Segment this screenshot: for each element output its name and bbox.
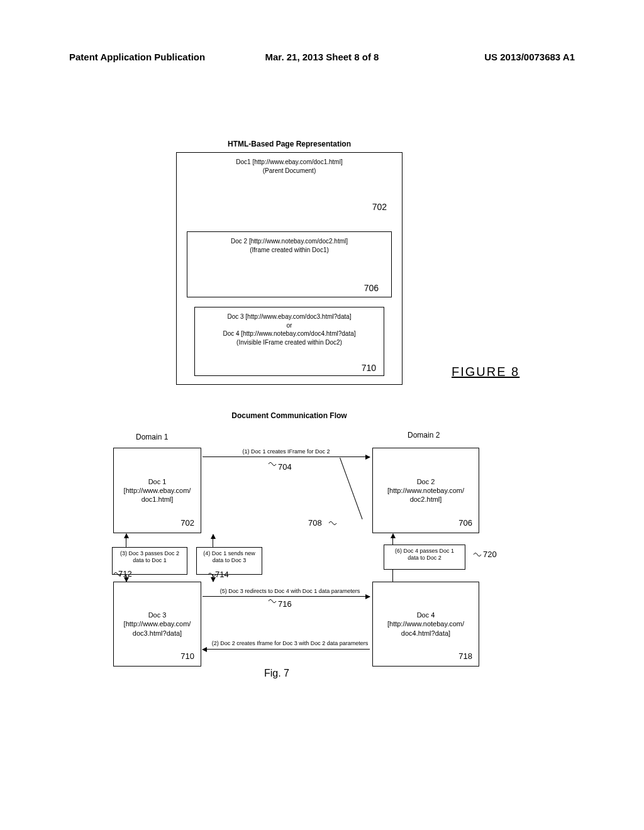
line-708	[340, 458, 363, 519]
header-mid: Mar. 21, 2013 Sheet 8 of 8	[265, 52, 379, 62]
flow-doc4-line3: doc4.html?data]	[375, 629, 476, 638]
flow-doc2-line1: Doc 2	[375, 477, 476, 486]
doc2-line2: (Iframe created within Doc1)	[250, 246, 329, 253]
flow-doc3-box: Doc 3 [http://www.ebay.com/ doc3.html?da…	[113, 582, 201, 667]
doc3-label: Doc 3 [http://www.ebay.com/doc3.html?dat…	[195, 307, 384, 346]
doc3-line3: (Invisible IFrame created within Doc2)	[236, 339, 342, 346]
step1-annotation: (1) Doc 1 creates IFrame for Doc 2	[214, 448, 358, 455]
step4-l1: (4) Doc 1 sends new	[199, 550, 260, 557]
step6-l2: data to Doc 2	[386, 555, 463, 562]
step4-box: (4) Doc 1 sends new data to Doc 3	[196, 547, 262, 575]
doc1-box: Doc1 [http://www.ebay.com/doc1.html] (Pa…	[176, 152, 402, 385]
doc2-line1: Doc 2 [http://www.notebay.com/doc2.html]	[231, 238, 348, 245]
flow-doc1-line1: Doc 1	[116, 477, 198, 486]
step3-l1: (3) Doc 3 passes Doc 2	[114, 550, 185, 557]
ref-704: 704	[278, 462, 292, 472]
step6-l1: (6) Doc 4 passes Doc 1	[386, 548, 463, 555]
step4-l2: data to Doc 3	[199, 557, 260, 564]
top-diagram-title: HTML-Based Page Representation	[176, 140, 402, 148]
doc1-line2: (Parent Document)	[263, 167, 316, 174]
ref-720: 720	[483, 550, 497, 559]
tick-708	[328, 519, 336, 526]
page-header: Patent Application Publication Mar. 21, …	[69, 52, 575, 62]
doc3-box: Doc 3 [http://www.ebay.com/doc3.html?dat…	[194, 307, 384, 376]
header-left: Patent Application Publication	[69, 52, 205, 62]
tick-720	[473, 551, 480, 557]
domain1-label: Domain 1	[136, 433, 168, 441]
tick-714	[208, 571, 215, 577]
tick-716	[268, 597, 275, 604]
ref-702: 702	[372, 202, 387, 212]
flow-doc1-line3: doc1.html]	[116, 495, 198, 504]
figure-7-label: Fig. 7	[264, 668, 289, 679]
doc3-line2: Doc 4 [http://www.notebay.com/doc4.html?…	[223, 330, 355, 337]
tick-704	[268, 460, 275, 467]
doc1-line1: Doc1 [http://www.ebay.com/doc1.html]	[236, 158, 342, 165]
arrow-step5	[203, 596, 370, 597]
arrow-step1	[203, 456, 370, 457]
doc3-or: or	[287, 322, 292, 329]
arrow-step2	[203, 649, 370, 650]
doc2-label: Doc 2 [http://www.notebay.com/doc2.html]…	[187, 232, 391, 254]
flow-doc4-ref: 718	[458, 651, 472, 662]
arrow-step4-up	[213, 534, 213, 547]
flow-doc1-ref: 702	[180, 518, 194, 529]
flow-doc3-line3: doc3.html?data]	[116, 629, 198, 638]
step2-annotation: (2) Doc 2 creates Iframe for Doc 3 with …	[209, 640, 371, 646]
arrow-step6-up	[392, 534, 393, 545]
flow-doc2-box: Doc 2 [http://www.notebay.com/ doc2.html…	[372, 448, 479, 533]
ref-714: 714	[215, 570, 229, 579]
ref-712: 712	[118, 569, 132, 578]
figure-8-label: FIGURE 8	[452, 365, 519, 379]
flow-doc4-line2: [http://www.notebay.com/	[375, 619, 476, 628]
domain2-label: Domain 2	[408, 431, 440, 440]
ref-708: 708	[308, 518, 322, 528]
ref-716: 716	[278, 599, 292, 609]
flow-doc2-line2: [http://www.notebay.com/	[375, 486, 476, 495]
step3-l2: data to Doc 1	[114, 557, 185, 564]
flow-doc4-box: Doc 4 [http://www.notebay.com/ doc4.html…	[372, 582, 479, 667]
flow-doc3-ref: 710	[180, 651, 194, 662]
bot-diagram-title: Document Communication Flow	[176, 411, 402, 420]
header-right: US 2013/0073683 A1	[484, 52, 575, 62]
flow-doc2-line3: doc2.html]	[375, 495, 476, 504]
doc3-line1: Doc 3 [http://www.ebay.com/doc3.html?dat…	[227, 313, 351, 320]
flow-doc2-ref: 706	[458, 518, 472, 529]
arrow-step6-down	[392, 570, 393, 582]
flow-doc3-line2: [http://www.ebay.com/	[116, 619, 198, 628]
flow-doc1-line2: [http://www.ebay.com/	[116, 486, 198, 495]
doc1-label: Doc1 [http://www.ebay.com/doc1.html] (Pa…	[177, 153, 402, 175]
flow-doc4-line1: Doc 4	[375, 611, 476, 619]
ref-710: 710	[362, 363, 376, 373]
step6-box: (6) Doc 4 passes Doc 1 data to Doc 2	[384, 545, 465, 570]
step5-annotation: (5) Doc 3 redirects to Doc 4 with Doc 1 …	[209, 588, 371, 594]
arrow-step3-up	[126, 534, 126, 547]
flow-doc3-line1: Doc 3	[116, 611, 198, 619]
flow-doc1-box: Doc 1 [http://www.ebay.com/ doc1.html] 7…	[113, 448, 201, 533]
ref-706: 706	[364, 283, 379, 293]
doc2-box: Doc 2 [http://www.notebay.com/doc2.html]…	[187, 231, 392, 297]
